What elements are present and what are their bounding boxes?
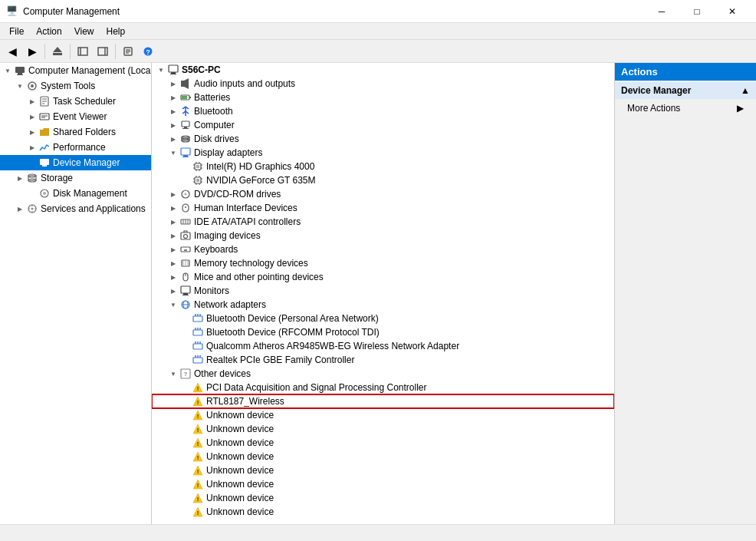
expand-icon-performance[interactable] (26, 141, 38, 153)
show-hide-button[interactable] (74, 42, 92, 61)
tree-item-disk-management[interactable]: Disk Management (0, 186, 151, 201)
tree-expand-icon[interactable] (167, 368, 179, 380)
device-tree-item[interactable]: !RTL8187_Wireless (152, 394, 614, 408)
device-tree-item[interactable]: !Unknown device (152, 436, 614, 450)
warning-icon: ! (192, 437, 204, 449)
device-tree-item[interactable]: Bluetooth Device (RFCOMM Protocol TDI) (152, 325, 614, 339)
warning-icon: ! (192, 450, 204, 463)
tree-item-services[interactable]: Services and Applications (0, 201, 151, 216)
menu-view[interactable]: View (68, 25, 100, 38)
tree-item-system-tools[interactable]: System Tools (0, 78, 151, 94)
device-tree-item[interactable]: Monitors (152, 284, 614, 298)
device-tree-item[interactable]: NVIDIA GeForce GT 635M (152, 173, 614, 187)
device-tree-item[interactable]: !Unknown device (152, 505, 614, 519)
device-tree-item[interactable]: Mice and other pointing devices (152, 270, 614, 284)
svg-point-32 (31, 208, 34, 210)
back-button[interactable]: ◀ (3, 42, 21, 61)
tree-item-event-viewer[interactable]: Event Viewer (0, 109, 151, 124)
device-label: S56C-PC (182, 64, 221, 75)
tree-expand-icon[interactable] (167, 133, 179, 145)
device-tree-item[interactable]: Qualcomm Atheros AR9485WB-EG Wireless Ne… (152, 339, 614, 353)
device-tree-item[interactable]: Bluetooth Device (Personal Area Network) (152, 312, 614, 325)
tree-expand-icon[interactable] (167, 257, 179, 269)
tree-expand-icon[interactable] (167, 91, 179, 104)
menu-file[interactable]: File (3, 25, 30, 38)
expand-icon[interactable] (2, 64, 14, 77)
maximize-button[interactable]: □ (679, 0, 715, 23)
device-tree-item[interactable]: Bluetooth (152, 104, 614, 118)
device-tree-item[interactable]: S56C-PC (152, 63, 614, 77)
tree-expand-icon[interactable] (167, 119, 179, 131)
svg-text:?: ? (184, 371, 188, 378)
device-tree-item[interactable]: DVD/CD-ROM drives (152, 187, 614, 201)
tree-expand-icon[interactable] (167, 147, 179, 159)
device-tree-item[interactable]: Display adapters (152, 146, 614, 160)
expand-icon-task-scheduler[interactable] (26, 95, 38, 107)
device-tree-item[interactable]: Intel(R) HD Graphics 4000 (152, 160, 614, 173)
device-tree-item[interactable]: Network adapters (152, 298, 614, 312)
device-tree-item[interactable]: !Unknown device (152, 422, 614, 436)
menu-action[interactable]: Action (30, 25, 67, 38)
tree-label-event-viewer: Event Viewer (53, 111, 107, 122)
device-tree-item[interactable]: !Unknown device (152, 491, 614, 505)
expand-icon-storage[interactable] (14, 172, 26, 184)
tree-expand-icon[interactable] (155, 64, 167, 76)
tree-expand-icon[interactable] (167, 271, 179, 283)
device-tree-item[interactable]: IDE ATA/ATAPI controllers (152, 215, 614, 229)
center-panel[interactable]: S56C-PCAudio inputs and outputsBatteries… (152, 63, 614, 524)
menu-help[interactable]: Help (100, 25, 132, 38)
action-section-title-device-manager[interactable]: Device Manager ▲ (615, 82, 756, 99)
tree-expand-icon[interactable] (167, 78, 179, 90)
device-tree-item[interactable]: Memory technology devices (152, 256, 614, 270)
device-tree-item[interactable]: Batteries (152, 91, 614, 104)
tree-expand-icon[interactable] (167, 202, 179, 214)
svg-rect-37 (169, 65, 178, 72)
minimize-button[interactable]: ─ (644, 0, 679, 23)
tree-expand-icon[interactable] (167, 105, 179, 117)
help-button[interactable]: ? (139, 42, 157, 61)
tree-expand-icon[interactable] (167, 243, 179, 256)
properties-button[interactable] (119, 42, 137, 61)
tree-expand-icon[interactable] (167, 188, 179, 200)
device-tree-item[interactable]: !PCI Data Acquisition and Signal Process… (152, 381, 614, 394)
tree-item-performance[interactable]: Performance (0, 140, 151, 155)
device-tree-item[interactable]: Keyboards (152, 242, 614, 256)
tree-item-storage[interactable]: Storage (0, 170, 151, 186)
svg-rect-13 (18, 73, 22, 74)
tree-expand-icon[interactable] (167, 216, 179, 228)
device-tree-item[interactable]: ?Other devices (152, 367, 614, 381)
tree-item-task-scheduler[interactable]: Task Scheduler (0, 94, 151, 109)
menu-bar: File Action View Help (0, 23, 756, 40)
warning-icon: ! (192, 381, 204, 394)
action-section-device-manager: Device Manager ▲ (615, 81, 756, 101)
tree-item-computer-management[interactable]: Computer Management (Local (0, 63, 151, 78)
close-button[interactable]: ✕ (715, 0, 750, 23)
expand-icon-services[interactable] (14, 203, 26, 215)
tree-expand-icon[interactable] (167, 285, 179, 297)
more-actions-arrow-icon: ▶ (737, 103, 744, 114)
device-tree-item[interactable]: !Unknown device (152, 408, 614, 422)
device-label: NVIDIA GeForce GT 635M (206, 175, 316, 186)
device-tree-item[interactable]: Disk drives (152, 132, 614, 146)
tree-expand-icon[interactable] (167, 229, 179, 242)
show-hide-button-2[interactable] (94, 42, 112, 61)
device-tree-item[interactable]: Imaging devices (152, 229, 614, 242)
device-tree-item[interactable]: !Unknown device (152, 477, 614, 491)
expand-icon-system-tools[interactable] (14, 80, 26, 92)
forward-button[interactable]: ▶ (23, 42, 41, 61)
device-tree-item[interactable]: !Unknown device (152, 450, 614, 463)
expand-icon-shared-folders[interactable] (26, 126, 38, 138)
action-item-more-actions[interactable]: More Actions ▶ (615, 101, 756, 116)
device-tree-item[interactable]: Human Interface Devices (152, 201, 614, 215)
device-tree-item[interactable]: Audio inputs and outputs (152, 77, 614, 91)
device-tree-item[interactable]: Computer (152, 118, 614, 132)
expand-icon-event-viewer[interactable] (26, 111, 38, 123)
tree-expand-icon[interactable] (167, 299, 179, 311)
svg-text:!: ! (197, 510, 199, 516)
svg-rect-12 (15, 67, 25, 73)
device-tree-item[interactable]: !Unknown device (152, 463, 614, 477)
tree-item-device-manager[interactable]: Device Manager (0, 155, 151, 170)
device-tree-item[interactable]: Realtek PCIe GBE Family Controller (152, 353, 614, 367)
up-button[interactable] (48, 42, 67, 61)
tree-item-shared-folders[interactable]: Shared Folders (0, 124, 151, 140)
